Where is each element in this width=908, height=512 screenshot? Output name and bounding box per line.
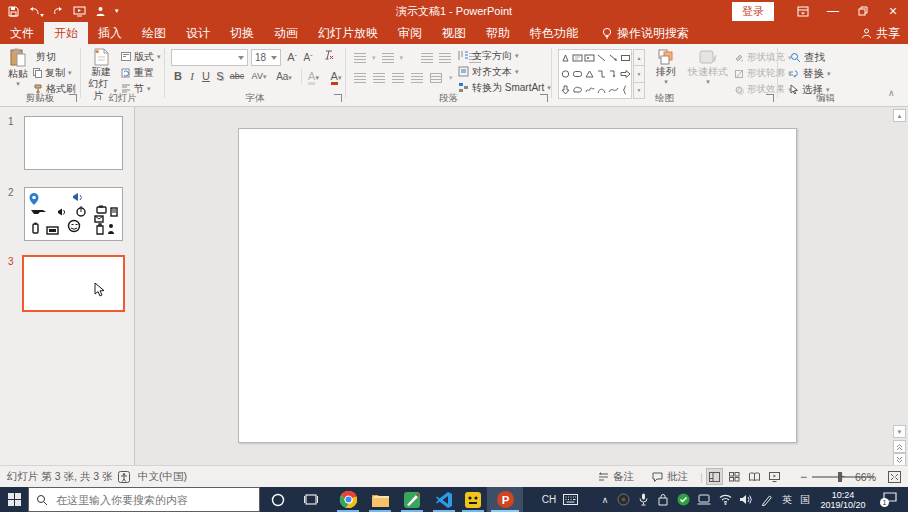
start-button[interactable] xyxy=(0,487,28,512)
shape-oval-icon[interactable] xyxy=(559,66,571,82)
action-center-button[interactable]: 1 xyxy=(876,487,904,512)
shape-rectangle-icon[interactable] xyxy=(619,50,631,66)
taskbar-app-chrome[interactable] xyxy=(333,487,363,512)
columns-icon[interactable] xyxy=(430,73,442,83)
decrease-font-icon[interactable]: Aˇ xyxy=(301,50,315,65)
numbering-icon[interactable] xyxy=(382,53,394,63)
normal-view-button[interactable] xyxy=(706,468,723,485)
slide-2-thumbnail[interactable] xyxy=(24,187,123,241)
character-spacing-button[interactable]: AV▾ xyxy=(249,69,269,84)
tab-design[interactable]: 设计 xyxy=(176,22,220,44)
justify-icon[interactable] xyxy=(411,73,423,83)
shape-elbow-arrow-icon[interactable] xyxy=(607,66,619,82)
shape-isoceles-triangle-icon[interactable] xyxy=(559,50,571,66)
notes-button[interactable]: 备注 xyxy=(598,466,634,487)
restore-button[interactable] xyxy=(848,0,878,22)
tab-help[interactable]: 帮助 xyxy=(476,22,520,44)
qat-customize-icon[interactable]: ▾ xyxy=(115,7,119,15)
clipboard-dialog-launcher[interactable] xyxy=(69,94,77,102)
task-view-button[interactable] xyxy=(296,487,326,512)
tab-animations[interactable]: 动画 xyxy=(264,22,308,44)
tray-power-icon[interactable] xyxy=(694,487,714,512)
scroll-up-button[interactable]: ▲ xyxy=(893,109,906,122)
shape-rounded-rect-icon[interactable] xyxy=(571,66,583,82)
minimize-button[interactable]: — xyxy=(818,0,848,22)
shape-arrow-icon[interactable] xyxy=(607,50,619,66)
tray-microphone-icon[interactable] xyxy=(634,487,652,512)
underline-button[interactable]: U xyxy=(199,69,213,84)
tray-pen-icon[interactable] xyxy=(758,487,776,512)
slideshow-view-button[interactable] xyxy=(766,468,783,485)
share-button[interactable]: 共享 xyxy=(861,22,900,44)
replace-button[interactable]: 替换 ▾ xyxy=(788,66,831,81)
taskbar-search[interactable] xyxy=(28,487,260,512)
shape-elbow-connector-icon[interactable] xyxy=(595,66,607,82)
tray-store-icon[interactable] xyxy=(654,487,672,512)
taskbar-app-vscode[interactable] xyxy=(429,487,459,512)
align-text-button[interactable]: 对齐文本 ▾ xyxy=(458,64,519,79)
cut-button[interactable]: 剪切 xyxy=(33,49,56,64)
paste-button[interactable]: 粘贴 ▾ xyxy=(5,48,31,87)
highlight-color-button[interactable]: A▾ xyxy=(301,69,325,84)
tab-slideshow[interactable]: 幻灯片放映 xyxy=(308,22,388,44)
taskbar-app-green-editor[interactable] xyxy=(397,487,427,512)
slide-counter[interactable]: 幻灯片 第 3 张, 共 3 张 xyxy=(7,466,113,487)
slide-3-thumbnail[interactable] xyxy=(22,255,125,312)
tab-home[interactable]: 开始 xyxy=(44,22,88,44)
tray-wifi-icon[interactable] xyxy=(716,487,734,512)
shape-triangle-icon[interactable] xyxy=(583,66,595,82)
font-dialog-launcher[interactable] xyxy=(334,94,342,102)
tab-special-features[interactable]: 特色功能 xyxy=(520,22,588,44)
shape-line-icon[interactable] xyxy=(595,50,607,66)
ime-mode-indicator[interactable]: CH xyxy=(538,487,560,512)
font-color-button[interactable]: A▾ xyxy=(325,69,347,84)
strikethrough-button[interactable]: abc xyxy=(227,69,247,84)
tab-file[interactable]: 文件 xyxy=(0,22,44,44)
tray-clock[interactable]: 10:242019/10/20 xyxy=(815,487,871,512)
reading-view-button[interactable] xyxy=(746,468,763,485)
quick-styles-button[interactable]: 快速样式 ▾ xyxy=(686,48,730,85)
close-button[interactable]: × xyxy=(878,0,908,22)
layout-button[interactable]: 版式 ▾ xyxy=(121,49,161,64)
align-right-icon[interactable] xyxy=(392,73,404,83)
align-center-icon[interactable] xyxy=(373,73,385,83)
copy-button[interactable]: 复制 ▾ xyxy=(33,65,72,80)
touch-keyboard-icon[interactable] xyxy=(560,487,580,512)
increase-font-icon[interactable]: Aˆ xyxy=(285,50,299,65)
tray-recorder-icon[interactable] xyxy=(614,487,632,512)
taskbar-search-input[interactable] xyxy=(54,493,239,507)
save-icon[interactable] xyxy=(8,6,19,17)
shape-textbox-icon[interactable] xyxy=(571,50,583,66)
shapes-scroll-up-icon[interactable]: ▲ xyxy=(633,49,645,66)
tray-security-check-icon[interactable] xyxy=(674,487,692,512)
tab-review[interactable]: 审阅 xyxy=(388,22,432,44)
font-name-combo[interactable] xyxy=(171,49,248,66)
ribbon-display-options-icon[interactable] xyxy=(788,0,818,22)
decrease-indent-icon[interactable] xyxy=(421,53,433,63)
increase-indent-icon[interactable] xyxy=(439,53,451,63)
shapes-scroll-down-icon[interactable]: ▼ xyxy=(633,66,645,82)
taskbar-app-powerpoint-active[interactable]: P xyxy=(487,487,523,512)
align-left-icon[interactable] xyxy=(354,73,366,83)
presenter-icon[interactable] xyxy=(95,6,106,17)
accessibility-icon[interactable] xyxy=(118,466,130,487)
language-indicator[interactable]: 中文(中国) xyxy=(138,466,187,487)
tab-transitions[interactable]: 切换 xyxy=(220,22,264,44)
shape-right-arrow-icon[interactable] xyxy=(619,66,631,82)
find-button[interactable]: 查找 xyxy=(790,50,825,65)
zoom-percentage[interactable]: 66% xyxy=(855,466,876,487)
text-direction-button[interactable]: 文字方向 ▾ xyxy=(458,48,519,63)
previous-slide-button[interactable] xyxy=(893,440,906,453)
slide-canvas[interactable] xyxy=(238,128,797,443)
tab-view[interactable]: 视图 xyxy=(432,22,476,44)
comments-button[interactable]: 批注 xyxy=(652,466,688,487)
arrange-button[interactable]: 排列 ▾ xyxy=(650,48,682,85)
undo-icon[interactable] xyxy=(28,6,44,17)
shape-frame-icon[interactable] xyxy=(583,50,595,66)
reset-button[interactable]: 重置 xyxy=(121,65,154,80)
zoom-out-button[interactable]: − xyxy=(800,466,807,487)
clear-formatting-icon[interactable] xyxy=(321,50,335,65)
bullets-icon[interactable] xyxy=(354,53,366,63)
slide-1-thumbnail[interactable] xyxy=(24,116,123,170)
sign-in-button[interactable]: 登录 xyxy=(732,2,774,21)
